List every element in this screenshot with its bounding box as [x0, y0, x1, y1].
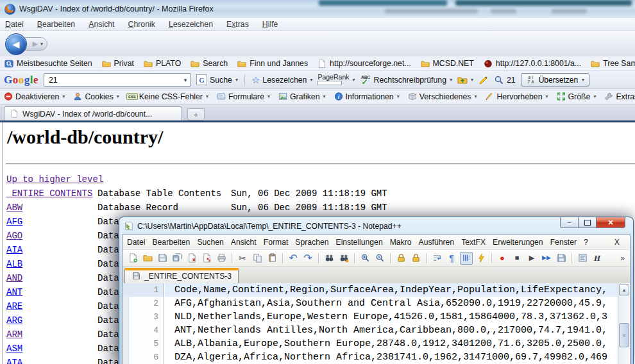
new-file-icon[interactable] — [126, 252, 139, 265]
minimize-button[interactable]: – — [560, 217, 579, 228]
entry-link[interactable]: ALB — [6, 259, 22, 269]
uebersetzen-button[interactable]: a í7 ä Übersetzen ▾ — [521, 73, 589, 87]
entry-link[interactable]: ARE — [6, 301, 22, 311]
google-suche-button[interactable]: G Suche ▾ — [196, 74, 238, 85]
autofill-button[interactable]: ▾ — [457, 75, 473, 85]
npp-menu-item[interactable]: Fenster — [550, 238, 577, 247]
undo-icon[interactable]: ↶ — [287, 252, 300, 265]
devbar-item[interactable]: cssKeine CSS-Fehler▾ — [128, 92, 208, 101]
entry-link[interactable]: AFG — [6, 217, 22, 227]
firefox-menu-datei[interactable]: Datei — [5, 20, 24, 29]
save-icon[interactable] — [156, 252, 169, 265]
code-line[interactable]: DZA,Algeria,Africa,Northern Africa,23817… — [165, 351, 618, 364]
paste-icon[interactable] — [266, 252, 278, 265]
devbar-item[interactable]: Deaktivieren▾ — [4, 92, 65, 101]
entry-link[interactable]: ARG — [6, 315, 22, 326]
entry-link[interactable]: AGO — [6, 231, 22, 241]
entry-link[interactable]: AND — [6, 273, 22, 283]
entry-link[interactable]: _ENTIRE_CONTENTS — [6, 188, 92, 199]
bookmark-item[interactable]: Tree Samples — [591, 59, 635, 68]
google-lesezeichen-button[interactable]: ☆ Lesezeichen ▾ — [251, 74, 313, 86]
npp-menu-item[interactable]: Suchen — [197, 238, 223, 247]
code-line[interactable]: ANT,Netherlands Antilles,North America,C… — [165, 324, 618, 337]
redo-icon[interactable]: ↷ — [301, 252, 314, 265]
firefox-menu-ansicht[interactable]: Ansicht — [89, 20, 114, 29]
vertical-scrollbar[interactable]: ▲ ≡ — [618, 283, 630, 364]
entry-link[interactable]: AIA — [6, 245, 22, 255]
devbar-item[interactable]: Größe▾ — [557, 92, 597, 101]
entry-link[interactable]: ARM — [6, 329, 22, 340]
close-file-icon[interactable] — [185, 252, 198, 265]
bookmark-item[interactable]: Meistbesuchte Seiten — [4, 59, 92, 68]
spellcheck-button[interactable]: ABC✓ Rechtschreibprüfung ▾ — [360, 75, 453, 85]
scrollbar-thumb[interactable]: ≡ — [619, 323, 629, 347]
highlighter-button[interactable] — [478, 75, 489, 85]
show-all-characters-icon[interactable] — [460, 252, 473, 265]
editor-text[interactable]: Code,Name,Continent,Region,SurfaceArea,I… — [165, 283, 618, 364]
devbar-item[interactable]: Hervorheben▾ — [485, 92, 548, 101]
show-paragraph-icon[interactable]: ¶ — [445, 252, 458, 265]
back-button[interactable]: ◀ — [5, 33, 27, 55]
html-preview-icon[interactable]: H — [591, 252, 604, 265]
word-find-button[interactable]: 21 — [494, 75, 516, 85]
bookmark-item[interactable]: PLATO — [144, 59, 181, 68]
play-macro-icon[interactable]: ▶ — [525, 252, 538, 265]
function-list-icon[interactable] — [576, 252, 589, 265]
devbar-item[interactable]: Cookies▾ — [73, 92, 119, 101]
entry-link[interactable]: ATA — [6, 358, 22, 364]
firefox-menu-hilfe[interactable]: Hilfe — [262, 20, 278, 29]
firefox-menu-bearbeiten[interactable]: Bearbeiten — [37, 20, 75, 29]
npp-menu-item[interactable]: Ansicht — [231, 238, 257, 247]
close-button[interactable]: ✕ — [597, 217, 625, 228]
firefox-menu-lesezeichen[interactable]: Lesezeichen — [169, 20, 213, 29]
maximize-button[interactable] — [579, 217, 597, 228]
zoom-out-icon[interactable] — [373, 252, 386, 265]
cut-icon[interactable]: ✂ — [236, 252, 249, 265]
bookmark-item[interactable]: http://sourceforge.net... — [318, 59, 411, 68]
npp-menu-item[interactable]: Einstellungen — [336, 238, 383, 247]
run-macro-multiple-icon[interactable]: ▶▶ — [540, 252, 553, 265]
npp-menu-item[interactable]: Ausführen — [419, 238, 455, 247]
google-search-value[interactable]: 21 — [44, 76, 180, 85]
editor-area[interactable]: 123456 Code,Name,Continent,Region,Surfac… — [123, 283, 630, 364]
devbar-item[interactable]: Verschiedenes▾ — [408, 92, 477, 101]
print-icon[interactable] — [215, 252, 228, 265]
code-line[interactable]: NLD,Netherlands,Europe,Western Europe,41… — [165, 310, 618, 324]
npp-menu-item[interactable]: ? — [584, 238, 588, 247]
devbar-item[interactable]: Extras▾ — [604, 92, 635, 101]
stop-macro-icon[interactable]: ■ — [511, 252, 523, 265]
word-wrap-icon[interactable] — [430, 252, 443, 265]
entry-link[interactable]: ABW — [6, 203, 22, 213]
history-dropdown-icon[interactable]: ▾ — [40, 41, 43, 47]
entry-link[interactable]: ANT — [6, 287, 22, 297]
copy-icon[interactable] — [251, 252, 264, 265]
find-icon[interactable] — [323, 252, 335, 265]
scroll-up-arrow-icon[interactable]: ▲ — [619, 284, 629, 295]
google-search-box[interactable]: 21 ▾ — [44, 73, 191, 87]
firefox-menu-extras[interactable]: Extras — [226, 20, 249, 29]
new-tab-button[interactable]: + — [187, 108, 205, 120]
npp-menu-item[interactable]: Erweiterungen — [493, 238, 543, 247]
npp-menu-item[interactable]: Format — [264, 238, 289, 247]
sync-vertical-scroll-icon[interactable] — [394, 252, 407, 265]
search-dropdown-icon[interactable]: ▾ — [180, 74, 190, 86]
code-line[interactable]: Code,Name,Continent,Region,SurfaceArea,I… — [165, 283, 618, 297]
code-line[interactable]: AFG,Afghanistan,Asia,Southern and Centra… — [165, 297, 618, 310]
devbar-item[interactable]: iInformationen▾ — [334, 92, 400, 101]
up-to-higher-level-link[interactable]: Up to higher level — [6, 174, 103, 185]
tab-wsgidav[interactable]: WsgiDAV - Index of /world-db/count... — [4, 106, 182, 120]
document-tab[interactable]: _ENTIRE_CONTENTS-3 — [124, 268, 239, 283]
devbar-item[interactable]: Grafiken▾ — [278, 92, 326, 101]
indent-guide-icon[interactable] — [475, 252, 487, 265]
npp-menu-item[interactable]: Datei — [127, 238, 145, 247]
toolbar-overflow-chevron[interactable]: » — [620, 254, 625, 263]
record-macro-icon[interactable]: ● — [496, 252, 509, 265]
bookmark-item[interactable]: Finn und Jannes — [237, 59, 308, 68]
close-all-icon[interactable] — [200, 252, 213, 265]
open-file-icon[interactable] — [141, 252, 154, 265]
sync-horizontal-scroll-icon[interactable] — [409, 252, 422, 265]
npp-menu-item[interactable]: Makro — [390, 238, 412, 247]
code-line[interactable]: ALB,Albania,Europe,Southern Europe,28748… — [165, 337, 618, 351]
firefox-menu-chronik[interactable]: Chronik — [128, 20, 155, 29]
find-replace-icon[interactable] — [337, 252, 350, 265]
